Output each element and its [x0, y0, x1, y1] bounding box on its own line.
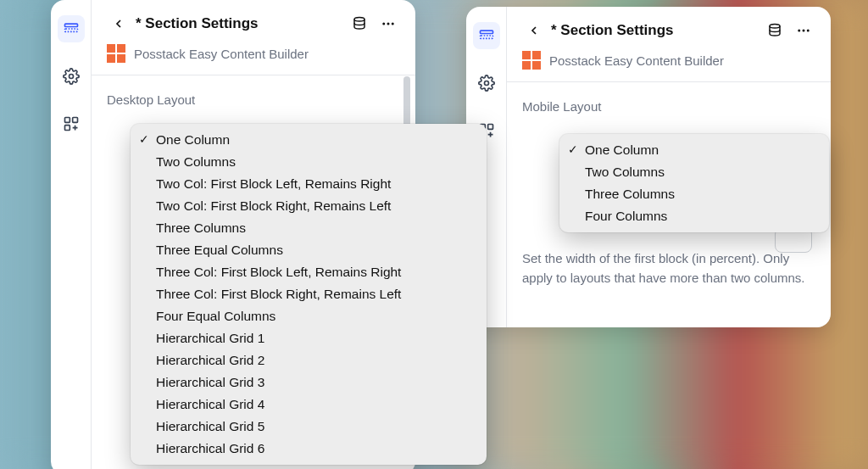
dropdown-option[interactable]: One Column — [559, 139, 829, 161]
svg-rect-5 — [64, 126, 70, 131]
panel-subtitle: Posstack Easy Content Builder — [134, 47, 309, 61]
database-icon[interactable] — [763, 19, 787, 42]
mobile-layout-label: Mobile Layout — [522, 99, 815, 114]
apps-icon[interactable] — [58, 110, 85, 137]
gear-icon[interactable] — [58, 63, 85, 90]
dropdown-option[interactable]: Three Equal Columns — [131, 239, 487, 261]
back-button[interactable] — [522, 19, 546, 42]
svg-rect-1 — [64, 29, 77, 31]
panel-content: * Section Settings Posstack Easy Content… — [507, 7, 831, 327]
dropdown-option[interactable]: Hierarchical Grid 6 — [131, 438, 487, 460]
dropdown-option[interactable]: Hierarchical Grid 3 — [131, 371, 487, 394]
dropdown-option[interactable]: Two Col: First Block Left, Remains Right — [131, 173, 487, 195]
dropdown-option[interactable]: Hierarchical Grid 2 — [131, 349, 487, 371]
dropdown-option[interactable]: Three Columns — [131, 217, 487, 239]
desktop-layout-dropdown[interactable]: One ColumnTwo ColumnsTwo Col: First Bloc… — [131, 124, 487, 465]
help-text: Set the width of the first block (in per… — [522, 249, 815, 288]
svg-rect-10 — [480, 31, 492, 33]
dropdown-option[interactable]: Hierarchical Grid 1 — [131, 327, 487, 349]
dropdown-option[interactable]: Two Columns — [131, 151, 487, 173]
dropdown-option[interactable]: Two Col: First Block Right, Remains Left — [131, 195, 487, 217]
panel-title: * Section Settings — [136, 15, 342, 32]
gear-icon[interactable] — [473, 70, 500, 97]
sections-icon[interactable] — [58, 15, 85, 42]
svg-point-9 — [392, 23, 394, 25]
svg-point-2 — [69, 75, 73, 79]
dropdown-option[interactable]: One Column — [131, 129, 487, 151]
dropdown-option[interactable]: Four Equal Columns — [131, 305, 487, 327]
panel-title: * Section Settings — [551, 22, 758, 39]
dropdown-option[interactable]: Three Columns — [559, 183, 829, 205]
more-icon[interactable] — [376, 12, 400, 36]
svg-point-19 — [807, 30, 810, 32]
svg-point-16 — [770, 25, 780, 29]
svg-rect-0 — [64, 24, 77, 26]
svg-point-12 — [484, 81, 488, 86]
svg-point-18 — [803, 30, 805, 32]
settings-panel-desktop: * Section Settings Posstack Easy Content… — [51, 0, 415, 469]
database-icon[interactable] — [348, 12, 371, 36]
side-toolbar — [51, 0, 92, 469]
svg-rect-11 — [480, 36, 492, 38]
svg-rect-14 — [487, 125, 492, 130]
svg-rect-4 — [72, 118, 77, 123]
svg-rect-3 — [64, 118, 70, 123]
dropdown-option[interactable]: Three Col: First Block Left, Remains Rig… — [131, 261, 487, 283]
dropdown-option[interactable]: Hierarchical Grid 5 — [131, 416, 487, 438]
more-icon[interactable] — [792, 19, 815, 42]
dropdown-option[interactable]: Four Columns — [559, 205, 829, 227]
back-button[interactable] — [107, 12, 131, 36]
dropdown-option[interactable]: Two Columns — [559, 161, 829, 183]
app-brand-icon — [522, 51, 541, 70]
svg-point-7 — [382, 23, 385, 25]
dropdown-option[interactable]: Hierarchical Grid 4 — [131, 394, 487, 416]
app-brand-icon — [107, 44, 125, 63]
svg-point-6 — [354, 18, 364, 22]
scrollbar[interactable] — [403, 76, 410, 127]
desktop-layout-label: Desktop Layout — [107, 92, 400, 107]
sections-icon[interactable] — [473, 22, 500, 49]
mobile-layout-dropdown[interactable]: One ColumnTwo ColumnsThree ColumnsFour C… — [559, 134, 829, 232]
svg-point-8 — [387, 23, 390, 25]
dropdown-option[interactable]: Three Col: First Block Right, Remains Le… — [131, 283, 487, 305]
svg-point-17 — [798, 30, 800, 32]
settings-panel-mobile: * Section Settings Posstack Easy Content… — [466, 7, 831, 327]
panel-content: * Section Settings Posstack Easy Content… — [92, 0, 415, 469]
panel-subtitle: Posstack Easy Content Builder — [549, 53, 724, 68]
